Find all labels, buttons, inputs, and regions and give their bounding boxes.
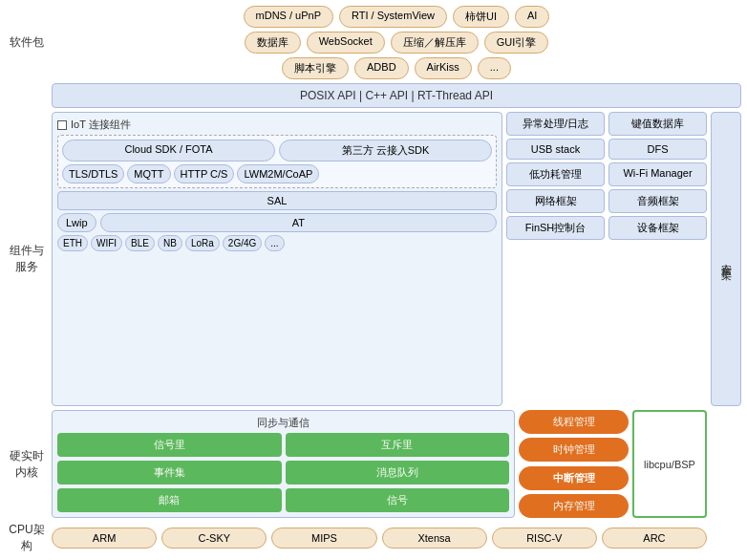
tag-dots-eth: ... (265, 235, 284, 251)
sync-title: 同步与通信 (57, 416, 509, 430)
pkg-script: 脚本引擎 (282, 57, 349, 79)
security-frame: 安全框架 (711, 112, 741, 406)
cpu-arc: ARC (602, 528, 707, 549)
pkg-ai: AI (515, 6, 549, 28)
tag-lwm2m: LWM2M/CoAP (237, 164, 319, 183)
sync-item-5: 邮箱 (57, 488, 282, 512)
components-label: 组件与服务 (6, 112, 48, 406)
software-label: 软件包 (6, 34, 48, 51)
tag-thirdparty: 第三方 云接入SDK (279, 140, 492, 162)
libcpu-box: libcpu/BSP (632, 410, 707, 518)
sal-bar: SAL (57, 191, 497, 210)
tag-interrupt: 中断管理 (519, 466, 629, 490)
iot-checkbox-icon (57, 120, 67, 130)
tag-cloud-sdk: Cloud SDK / FOTA (62, 140, 275, 162)
tag-dfs: DFS (608, 139, 707, 160)
tag-audio: 音频框架 (608, 189, 707, 213)
pkg-db: 数据库 (245, 32, 301, 54)
components-section: 组件与服务 IoT 连接组件 Cloud SDK / FOTA 第三方 云接入S… (6, 112, 741, 406)
right-row-4: 网络框架 音频框架 (506, 189, 707, 213)
pkg-row-1: mDNS / uPnP RTI / SystemView 柿饼UI AI (52, 6, 741, 28)
components-content: IoT 连接组件 Cloud SDK / FOTA 第三方 云接入SDK TLS… (52, 112, 741, 406)
pkg-shibing: 柿饼UI (453, 6, 509, 28)
api-bar: POSIX API | C++ API | RT-Thread API (52, 83, 741, 108)
security-spacer (711, 410, 741, 518)
pkg-rti: RTI / SystemView (339, 6, 447, 28)
tag-tls: TLS/DTLS (62, 164, 124, 183)
tag-nb: NB (158, 235, 182, 251)
iot-title: IoT 连接组件 (71, 118, 131, 132)
cpu-mips: MIPS (271, 528, 376, 549)
iot-header: IoT 连接组件 (57, 118, 497, 132)
right-row-5: FinSH控制台 设备框架 (506, 216, 707, 240)
tag-wifi-mgr: Wi-Fi Manager (608, 162, 707, 186)
sync-grid: 信号里 互斥里 事件集 消息队列 邮箱 信号 (57, 433, 509, 512)
sync-item-2: 互斥里 (286, 433, 510, 457)
cpu-xtensa: Xtensa (382, 528, 487, 549)
kernel-section: 硬实时内核 同步与通信 信号里 互斥里 事件集 消息队列 邮箱 信号 线程管理 … (6, 410, 741, 518)
kernel-content: 同步与通信 信号里 互斥里 事件集 消息队列 邮箱 信号 线程管理 时钟管理 中… (52, 410, 741, 518)
api-section: POSIX API | C++ API | RT-Thread API (6, 83, 741, 108)
tag-wifi: WIFI (91, 235, 122, 251)
software-content: mDNS / uPnP RTI / SystemView 柿饼UI AI 数据库… (52, 6, 741, 79)
sync-box: 同步与通信 信号里 互斥里 事件集 消息队列 邮箱 信号 (52, 410, 515, 518)
pkg-dots: ... (478, 57, 511, 79)
tag-devframe: 设备框架 (608, 216, 707, 240)
pkg-airkiss: AirKiss (415, 57, 472, 79)
cpu-section: CPU架构 ARM C-SKY MIPS Xtensa RISC-V ARC (6, 522, 741, 554)
tag-memory: 内存管理 (519, 494, 629, 518)
iot-panel: IoT 连接组件 Cloud SDK / FOTA 第三方 云接入SDK TLS… (52, 112, 502, 406)
pkg-gui: GUI引擎 (484, 32, 549, 54)
pkg-adbd: ADBD (354, 57, 409, 79)
thread-mgmt: 线程管理 时钟管理 中断管理 内存管理 (519, 410, 629, 518)
cpu-label: CPU架构 (6, 522, 48, 554)
pkg-row-3: 脚本引擎 ADBD AirKiss ... (52, 57, 741, 79)
tag-usb: USB stack (506, 139, 605, 160)
right-row-2: USB stack DFS (506, 139, 707, 160)
pkg-mdns: mDNS / uPnP (244, 6, 333, 28)
tag-at: AT (100, 213, 497, 232)
iot-row2: TLS/DTLS MQTT HTTP C/S LWM2M/CoAP (62, 164, 492, 183)
tag-ble: BLE (125, 235, 155, 251)
cpu-riscv: RISC-V (492, 528, 597, 549)
tag-lwip: Lwip (57, 213, 96, 232)
tag-thread: 线程管理 (519, 410, 629, 434)
pkg-compress: 压缩／解压库 (391, 32, 479, 54)
cpu-arm: ARM (52, 528, 157, 549)
main-container: 软件包 mDNS / uPnP RTI / SystemView 柿饼UI AI… (0, 0, 747, 560)
libcpu-label: libcpu/BSP (644, 459, 695, 470)
right-components: 异常处理/日志 键值数据库 USB stack DFS 低功耗管理 Wi-Fi … (506, 112, 707, 406)
sync-item-3: 事件集 (57, 461, 282, 485)
tag-finsh: FinSH控制台 (506, 216, 605, 240)
tag-2g4g: 2G/4G (223, 235, 262, 251)
pkg-row-2: 数据库 WebSocket 压缩／解压库 GUI引擎 (52, 32, 741, 54)
cpu-csky: C-SKY (161, 528, 267, 549)
right-row-3: 低功耗管理 Wi-Fi Manager (506, 162, 707, 186)
tag-lora: LoRa (185, 235, 220, 251)
tag-exception: 异常处理/日志 (506, 112, 605, 136)
tag-netframe: 网络框架 (506, 189, 605, 213)
kernel-label: 硬实时内核 (6, 410, 48, 518)
tag-lowpower: 低功耗管理 (506, 162, 605, 186)
pkg-websocket: WebSocket (307, 32, 385, 54)
tag-mqtt: MQTT (127, 164, 170, 183)
iot-inner: Cloud SDK / FOTA 第三方 云接入SDK TLS/DTLS MQT… (57, 135, 497, 188)
tag-http: HTTP C/S (174, 164, 235, 183)
iot-row1: Cloud SDK / FOTA 第三方 云接入SDK (62, 140, 492, 162)
eth-row: ETH WIFI BLE NB LoRa 2G/4G ... (57, 235, 497, 251)
sync-item-4: 消息队列 (286, 461, 510, 485)
lwip-at-row: Lwip AT (57, 213, 497, 232)
sync-item-1: 信号里 (57, 433, 282, 457)
tag-eth: ETH (57, 235, 88, 251)
tag-clock: 时钟管理 (519, 438, 629, 462)
tag-kv: 键值数据库 (608, 112, 707, 136)
right-row-1: 异常处理/日志 键值数据库 (506, 112, 707, 136)
sync-item-6: 信号 (286, 488, 510, 512)
cpu-content: ARM C-SKY MIPS Xtensa RISC-V ARC (52, 528, 707, 549)
software-section: 软件包 mDNS / uPnP RTI / SystemView 柿饼UI AI… (6, 6, 741, 79)
